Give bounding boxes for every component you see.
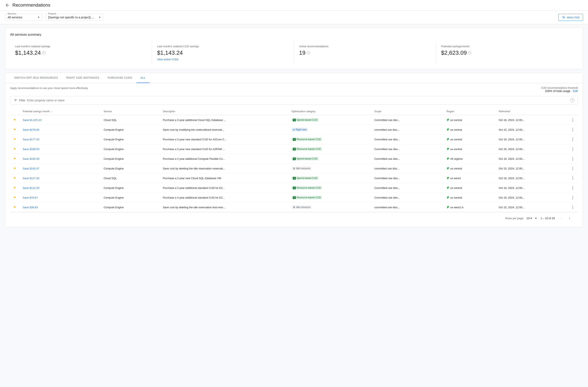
col-scope: Scope <box>371 108 443 115</box>
active-recs-info-icon[interactable]: ? <box>307 51 310 55</box>
more-options-button[interactable]: ⋮ <box>571 147 575 151</box>
service-cell: Cloud SQL <box>100 115 160 125</box>
table-section: Apply recommendations to use your cloud … <box>5 83 583 227</box>
projects-select[interactable]: Projects [Savings not specific to a proj… <box>45 14 103 21</box>
refreshed-cell: Oct 15, 2024, 12:00... <box>495 125 567 135</box>
more-options-button[interactable]: ⋮ <box>571 166 575 171</box>
more-options-button[interactable]: ⋮ <box>571 157 575 161</box>
data-table: Potential savings /month ↓ Service Descr… <box>10 108 578 212</box>
region-value: All regions <box>446 157 492 160</box>
active-recs-value: 19 ? <box>299 50 431 56</box>
page-info: 1 – 10 of 19 <box>541 217 555 220</box>
leaf-icon <box>446 177 449 180</box>
more-options-button[interactable]: ⋮ <box>571 128 575 132</box>
savings-link[interactable]: Save $165.39 <box>23 157 39 160</box>
col-optimization: Optimization category <box>288 108 371 115</box>
savings-link[interactable]: Save $278.80 <box>23 128 39 131</box>
tab-all[interactable]: ALL <box>136 73 150 83</box>
flag-icon: ⚑ <box>13 167 16 170</box>
table-row: ⚑ Save $78.67 Compute Engine Purchase a … <box>10 193 578 202</box>
scope-cell: Committed use disc... <box>371 173 443 183</box>
savings-link[interactable]: Save $177.53 <box>23 138 39 141</box>
more-options-button[interactable]: ⋮ <box>571 176 575 180</box>
col-description: Description <box>160 108 288 115</box>
table-row: ⚑ Save $112.29 Compute Engine Purchase a… <box>10 183 578 193</box>
tab-right-size[interactable]: RIGHT SIZE INSTANCES <box>62 73 104 83</box>
refreshed-cell: Oct 16, 2024, 12:00... <box>495 173 567 183</box>
savings-cell: Save $1,415.23 <box>20 115 100 125</box>
analysis-percent-icon: % <box>562 16 566 19</box>
back-button[interactable] <box>5 3 10 8</box>
help-icon[interactable]: ? <box>570 98 574 102</box>
projects-label: Projects <box>47 12 57 15</box>
savings-link[interactable]: Save $168.53 <box>23 148 39 151</box>
table-row: ⚑ Save $142.47 Compute Engine Save cost … <box>10 164 578 173</box>
service-cell: Compute Engine <box>100 202 160 212</box>
optimization-badge: % Resource-based CUD <box>292 186 322 190</box>
analysis-label: ANALYSIS <box>567 16 580 19</box>
savings-link[interactable]: Save $1,415.23 <box>23 118 42 122</box>
prev-page-button[interactable]: ‹ <box>558 215 565 221</box>
region-cell: All regions <box>443 154 495 164</box>
service-cell: Compute Engine <box>100 125 160 135</box>
leaf-icon <box>446 138 449 141</box>
table-row: ⚑ Save $168.53 Compute Engine Purchase a… <box>10 144 578 154</box>
savings-cell: Save $127.30 <box>20 173 100 183</box>
savings-link[interactable]: Save $142.47 <box>23 167 39 170</box>
optimization-cell: % Resource-based CUD <box>288 183 371 193</box>
rows-per-page-select[interactable]: 10 25 50 <box>525 216 533 220</box>
cud-savings-label: Last month's realized CUD savings <box>157 45 289 48</box>
more-options-button[interactable]: ⋮ <box>571 118 575 122</box>
optimization-badge: ⇄ Right-size <box>292 128 308 132</box>
flag-cell: ⚑ <box>10 135 20 144</box>
col-actions <box>567 108 578 115</box>
potential-savings-label: Potential savings/month <box>441 45 573 48</box>
col-region: Region <box>443 108 495 115</box>
services-select[interactable]: Services All services ▼ <box>5 14 42 21</box>
savings-link[interactable]: Save $78.67 <box>23 196 38 199</box>
view-active-cuds-link[interactable]: View active CUDs <box>157 58 289 61</box>
savings-cell: Save $39.83 <box>20 202 100 212</box>
more-options-button[interactable]: ⋮ <box>571 195 575 200</box>
savings-link[interactable]: Save $127.30 <box>23 177 39 180</box>
savings-link[interactable]: Save $112.29 <box>23 186 39 190</box>
next-page-button[interactable]: › <box>566 215 573 221</box>
flag-icon: ⚑ <box>13 186 16 190</box>
description-cell: Save cost by modifying the underutilized… <box>160 125 288 135</box>
region-value: us-central <box>446 138 492 141</box>
optimization-badge: % Spend-based CUD <box>292 157 319 161</box>
table-row: ⚑ Save $39.83 Compute Engine Save cost b… <box>10 202 578 212</box>
table-row: ⚑ Save $127.30 Cloud SQL Purchase a 3 ye… <box>10 173 578 183</box>
description-cell: Purchase a 3 year new Cloud SQL Database… <box>160 173 288 183</box>
optimization-badge: % Resource-based CUD <box>292 147 322 151</box>
tab-switch-off[interactable]: SWITCH OFF IDLE RESOURCES <box>10 73 62 83</box>
tab-purchase-cuds[interactable]: PURCHASE CUDS <box>104 73 136 83</box>
scope-cell: Committed use disc... <box>371 183 443 193</box>
savings-link[interactable]: Save $39.83 <box>23 206 38 209</box>
region-cell: us-central <box>443 135 495 144</box>
region-cell: us-west1 <box>443 173 495 183</box>
col-savings[interactable]: Potential savings /month ↓ <box>20 108 100 115</box>
pagination-row: Rows per page: 10 25 50 ▼ 1 – 10 of 19 ‹… <box>10 212 578 224</box>
leaf-icon <box>446 157 449 160</box>
more-options-button[interactable]: ⋮ <box>571 186 575 190</box>
cud-edit-link[interactable]: Edit <box>573 89 578 93</box>
more-options-button[interactable]: ⋮ <box>571 137 575 141</box>
cud-savings-value: $1,143.24 <box>157 50 289 56</box>
filter-input[interactable] <box>27 99 568 102</box>
refreshed-cell: Oct 16, 2024, 12:00... <box>495 154 567 164</box>
leaf-icon <box>446 206 449 209</box>
description-cell: Purchase a 3 year new standard CUD for A… <box>160 144 288 154</box>
region-value: us-central <box>446 128 492 131</box>
scope-cell: committed-use-disc... <box>371 202 443 212</box>
page-nav: ‹ › <box>558 215 573 221</box>
more-options-button[interactable]: ⋮ <box>571 205 575 209</box>
analysis-button[interactable]: % ANALYSIS <box>558 14 583 21</box>
optimization-badge: % Spend-based CUD <box>292 118 319 122</box>
realized-savings-info-icon[interactable]: ? <box>42 51 45 55</box>
top-bar: Recommendations <box>0 0 588 11</box>
region-cell: us-central <box>443 193 495 202</box>
potential-savings-info-icon[interactable]: ? <box>468 51 471 55</box>
flag-icon: ⚑ <box>13 176 16 180</box>
savings-cell: Save $112.29 <box>20 183 100 193</box>
